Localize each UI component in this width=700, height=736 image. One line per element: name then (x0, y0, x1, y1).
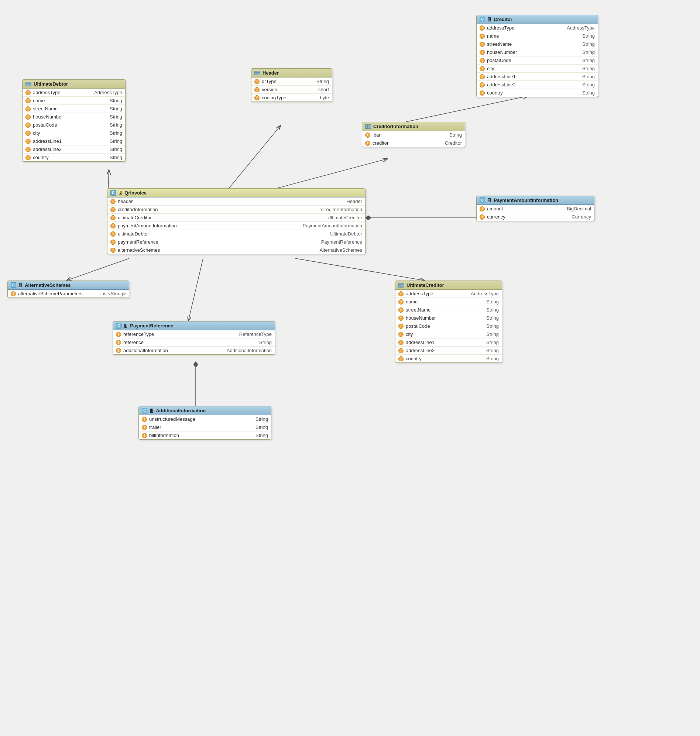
table-row: faddressLine1String (396, 338, 502, 347)
field-name: version (262, 87, 316, 92)
table-row: faddressTypeAddressType (22, 88, 125, 97)
field-type: PaymentAmountInformation (303, 223, 362, 228)
field-type: Creditor (445, 140, 462, 146)
creditorinfo-title: CreditorInformation (373, 123, 418, 129)
field-icon: f (399, 299, 403, 304)
field-type: String (582, 41, 595, 47)
table-row: fhouseNumberString (396, 314, 502, 322)
field-icon: f (365, 132, 370, 138)
field-name: addressLine1 (33, 138, 107, 144)
field-icon: f (479, 66, 485, 71)
field-icon: f (479, 214, 485, 220)
table-icon (365, 124, 371, 129)
table-row: fcountryString (22, 154, 125, 161)
creditorinformation-box: CreditorInformation fibanString fcredito… (362, 122, 465, 147)
qrinvoice-title: QrInvoice (124, 190, 147, 195)
class-c-icon: C (479, 17, 485, 22)
field-type: String (582, 66, 595, 71)
field-type: String (110, 155, 122, 160)
table-row: fpostalCodeString (396, 322, 502, 331)
table-row: fcreditorInformationCreditorInformation (107, 206, 365, 214)
table-row: fultimateDebtorUltimateDebtor (107, 230, 365, 238)
svg-line-8 (188, 259, 203, 321)
field-type: String (110, 106, 122, 112)
qrinvoice-body: fheaderHeader fcreditorInformationCredit… (107, 197, 365, 254)
svg-line-7 (66, 259, 129, 281)
additionalinfo-body: funstructuredMessageString ftrailerStrin… (139, 415, 271, 439)
field-name: houseNumber (33, 114, 107, 120)
field-icon: f (25, 155, 31, 160)
table-row: fstreetNameString (476, 40, 598, 48)
field-type: short (318, 87, 329, 92)
additionalinfo-title: AdditionalInformation (156, 408, 206, 413)
field-type: String (486, 315, 499, 321)
field-icon: f (110, 207, 116, 212)
field-icon: f (110, 248, 116, 253)
table-row: fqrTypeString (251, 78, 332, 86)
field-icon: f (25, 139, 31, 144)
field-name: addressType (33, 90, 92, 95)
paymentreference-body: freferenceTypeReferenceType freferenceSt… (113, 331, 275, 354)
table-row: fcityString (22, 129, 125, 137)
table-row: fibanString (362, 131, 465, 139)
field-type: List<String> (100, 291, 126, 297)
field-name: postalCode (406, 323, 484, 329)
class-c-icon: C (142, 408, 147, 413)
table-row: fultimateCreditorUltimateCreditor (107, 214, 365, 222)
table-row: faddressLine2String (476, 81, 598, 89)
table-row: fpostalCodeString (476, 56, 598, 65)
class-c-icon: C (11, 282, 16, 288)
field-icon: f (25, 147, 31, 152)
field-type: String (110, 130, 122, 136)
field-type: String (582, 57, 595, 63)
field-name: qrType (262, 79, 314, 84)
field-name: currency (487, 214, 569, 220)
ultimatedebtor-header: UltimateDebtor (22, 80, 125, 88)
table-row: fstreetNameString (22, 105, 125, 113)
field-icon: f (399, 316, 403, 321)
ultimatedebtor-title: UltimateDebtor (34, 81, 68, 87)
field-name: city (487, 66, 580, 71)
table-row: fnameString (396, 298, 502, 306)
field-icon: f (110, 199, 116, 204)
field-name: country (33, 155, 107, 160)
field-icon: f (399, 340, 403, 345)
table-row: faddressTypeAddressType (476, 24, 598, 32)
additionalinfo-header: C 🗄 AdditionalInformation (139, 406, 271, 415)
field-icon: f (25, 131, 31, 136)
field-type: String (449, 132, 462, 138)
field-name: reference (123, 339, 257, 345)
field-icon: f (399, 307, 403, 313)
table-icon (399, 283, 404, 288)
field-icon: f (254, 95, 260, 100)
field-type: AddressType (471, 291, 499, 297)
field-type: String (582, 82, 595, 88)
field-icon: f (116, 332, 121, 337)
field-icon: f (399, 332, 403, 337)
table-row: faddressLine2String (396, 347, 502, 355)
field-name: country (487, 90, 580, 95)
svg-line-2 (229, 125, 281, 188)
field-name: ultimateCreditor (118, 215, 325, 220)
table-row: freferenceTypeReferenceType (113, 331, 275, 338)
class-c-icon: C (479, 197, 485, 203)
field-name: addressType (487, 25, 565, 31)
alternativeschemes-body: falternativeSchemeParametersList<String> (8, 290, 129, 298)
field-icon: f (254, 87, 260, 92)
table-row: fcountryString (476, 89, 598, 97)
field-name: addressLine2 (406, 348, 484, 353)
field-name: paymentReference (118, 239, 319, 245)
creditor-header: C 🗄 Creditor (476, 15, 598, 24)
field-name: city (406, 332, 484, 337)
table-row: fversionshort (251, 86, 332, 94)
table-icon (254, 71, 260, 75)
ultimatecreditor-title: UltimateCreditor (406, 282, 444, 288)
field-name: name (487, 33, 580, 39)
qrinvoice-header: C 🗄 QrInvoice (107, 189, 365, 197)
table-row: funstructuredMessageString (139, 415, 271, 423)
table-row: fpaymentAmountInformationPaymentAmountIn… (107, 222, 365, 230)
field-type: AdditionalInformation (227, 348, 272, 353)
field-type: String (316, 79, 329, 84)
field-name: alternativeSchemes (118, 247, 317, 253)
field-name: codingType (262, 95, 318, 100)
